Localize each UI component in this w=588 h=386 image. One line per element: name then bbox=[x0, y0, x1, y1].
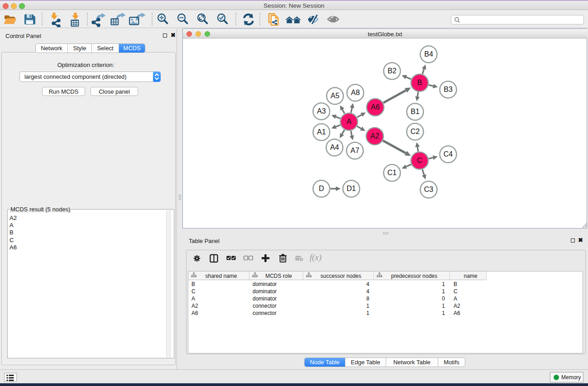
svg-text:C2: C2 bbox=[411, 128, 420, 135]
svg-text:C: C bbox=[417, 157, 422, 164]
svg-text:B3: B3 bbox=[444, 86, 453, 93]
svg-text:A4: A4 bbox=[330, 143, 339, 151]
svg-text:D1: D1 bbox=[347, 185, 356, 192]
svg-text:A7: A7 bbox=[350, 147, 359, 154]
svg-text:A6: A6 bbox=[371, 103, 380, 111]
svg-text:D: D bbox=[319, 185, 324, 192]
svg-text:A: A bbox=[347, 118, 352, 125]
svg-text:C1: C1 bbox=[387, 169, 397, 176]
svg-text:B1: B1 bbox=[411, 108, 420, 115]
svg-text:A2: A2 bbox=[370, 132, 379, 140]
svg-text:B: B bbox=[417, 79, 422, 86]
svg-text:A8: A8 bbox=[351, 89, 360, 96]
svg-text:C4: C4 bbox=[444, 150, 453, 158]
svg-text:A5: A5 bbox=[330, 92, 339, 100]
svg-text:B2: B2 bbox=[387, 67, 397, 75]
svg-text:A1: A1 bbox=[317, 128, 326, 136]
svg-text:B4: B4 bbox=[424, 50, 433, 58]
svg-text:A3: A3 bbox=[317, 107, 326, 115]
svg-text:C3: C3 bbox=[424, 186, 434, 193]
